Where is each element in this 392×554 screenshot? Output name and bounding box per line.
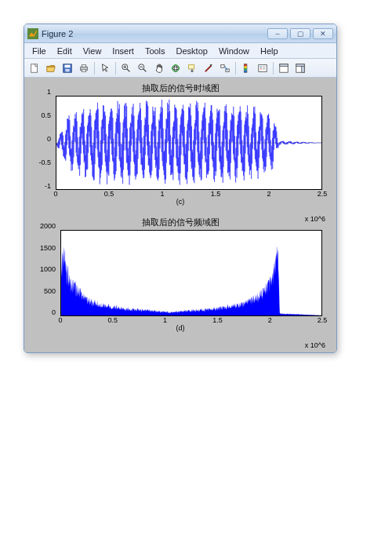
svg-rect-1 [31, 64, 38, 72]
xlabel-2: (d) [32, 324, 328, 332]
toolbar-divider [94, 62, 95, 75]
menu-tools[interactable]: Tools [140, 46, 170, 56]
svg-rect-25 [244, 66, 247, 68]
print-icon[interactable] [76, 61, 92, 75]
close-button[interactable]: ✕ [313, 28, 333, 39]
zoom-in-icon[interactable] [118, 61, 134, 75]
plot-title-2: 抽取后的信号频域图 [32, 217, 328, 228]
menu-file[interactable]: File [27, 46, 51, 56]
menu-desktop[interactable]: Desktop [172, 46, 212, 56]
menubar: File Edit View Insert Tools Desktop Wind… [24, 43, 336, 59]
xticks-1: 00.511.522.5 [56, 190, 322, 198]
menu-help[interactable]: Help [256, 46, 283, 56]
svg-rect-4 [65, 68, 69, 71]
svg-line-13 [143, 68, 147, 71]
svg-rect-37 [302, 66, 305, 72]
svg-rect-26 [244, 68, 247, 71]
yticks-1: -1-0.500.51 [32, 92, 53, 186]
x-exponent-2: x 10^6 [305, 341, 325, 349]
svg-rect-34 [280, 64, 289, 66]
link-data-icon[interactable] [217, 61, 233, 75]
svg-rect-0 [27, 28, 38, 39]
svg-point-16 [174, 64, 177, 71]
new-figure-icon[interactable] [27, 61, 42, 75]
svg-rect-27 [244, 70, 247, 72]
waveform-plot [56, 97, 321, 189]
axes-2[interactable] [60, 230, 322, 316]
xticks-2: 00.511.522.5 [60, 316, 322, 324]
figure-area: 抽取后的信号时域图 -1-0.500.51 00.511.522.5 (c) x… [24, 78, 336, 352]
open-icon[interactable] [43, 61, 59, 75]
pointer-icon[interactable] [97, 61, 113, 75]
svg-rect-21 [221, 64, 224, 67]
window-title: Figure 2 [42, 29, 267, 38]
minimize-button[interactable]: – [267, 28, 288, 39]
svg-line-9 [127, 68, 130, 71]
menu-window[interactable]: Window [214, 46, 254, 56]
brush-icon[interactable] [201, 61, 216, 75]
svg-rect-3 [65, 64, 71, 67]
toolbar-divider [115, 62, 116, 75]
svg-point-17 [172, 64, 180, 71]
menu-view[interactable]: View [78, 46, 107, 56]
yticks-2: 0500100015002000 [32, 226, 57, 312]
subplot-time-domain: 抽取后的信号时域图 -1-0.500.51 00.511.522.5 (c) x… [32, 82, 328, 206]
axes-1[interactable] [56, 96, 322, 190]
titlebar[interactable]: Figure 2 – ▢ ✕ [24, 24, 336, 43]
svg-rect-6 [82, 64, 85, 67]
svg-rect-7 [82, 69, 85, 71]
show-tools-icon[interactable] [292, 61, 308, 75]
spectrum-plot [61, 231, 321, 315]
xlabel-1: (c) [32, 198, 328, 206]
toolbar-divider [235, 62, 236, 75]
matlab-icon [27, 28, 38, 39]
zoom-out-icon[interactable] [135, 61, 151, 75]
hide-tools-icon[interactable] [276, 61, 292, 75]
window-buttons: – ▢ ✕ [267, 28, 333, 39]
toolbar-divider [273, 62, 274, 75]
svg-rect-18 [189, 64, 194, 68]
svg-point-15 [172, 67, 180, 70]
colorbar-icon[interactable] [238, 61, 254, 75]
pan-icon[interactable] [151, 61, 167, 75]
menu-insert[interactable]: Insert [107, 46, 139, 56]
subplot-freq-domain: 抽取后的信号频域图 0500100015002000 00.511.522.5 … [32, 217, 328, 332]
maximize-button[interactable]: ▢ [290, 28, 310, 39]
rotate-3d-icon[interactable] [168, 61, 183, 75]
menu-edit[interactable]: Edit [53, 46, 77, 56]
save-icon[interactable] [60, 61, 75, 75]
legend-icon[interactable] [255, 61, 270, 75]
toolbar [24, 59, 336, 78]
svg-rect-28 [259, 64, 267, 71]
data-cursor-icon[interactable] [184, 61, 200, 75]
figure-window: Figure 2 – ▢ ✕ File Edit View Insert Too… [24, 24, 337, 353]
svg-rect-24 [244, 64, 247, 66]
plot-title-1: 抽取后的信号时域图 [32, 82, 328, 94]
